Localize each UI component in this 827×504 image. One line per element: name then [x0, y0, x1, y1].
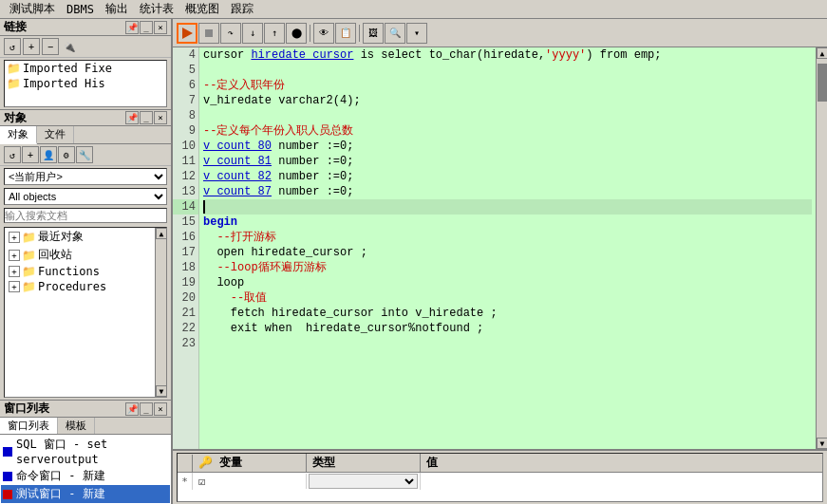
menubar-item-overview[interactable]: 概览图 — [179, 0, 225, 19]
variables-panel: 🔑 变量 类型 值 * ☑ — [173, 449, 827, 504]
variables-table-row: * ☑ — [178, 473, 822, 490]
code-editor: 4 5 6 7 8 9 10 11 12 13 14 15 16 17 18 1… — [173, 47, 827, 449]
object-title: 对象 — [4, 110, 27, 126]
tree-node-recent[interactable]: + 📁 最近对象 — [5, 228, 166, 246]
col-variable: 🔑 变量 — [193, 454, 307, 472]
object-panel-header: 对象 📌 _ × — [0, 109, 171, 126]
col-type: 类型 — [307, 454, 421, 472]
window-list-title: 窗口列表 — [4, 401, 49, 417]
svg-rect-1 — [205, 29, 213, 37]
conn-item-2[interactable]: 📁 Imported His — [5, 76, 166, 91]
tree-scroll-up[interactable]: ▲ — [156, 228, 167, 239]
menubar-item-stats[interactable]: 统计表 — [134, 0, 179, 19]
connection-toolbar: ↺ + − 🔌 — [0, 36, 171, 58]
scroll-down-btn[interactable]: ▼ — [817, 438, 827, 449]
obj-refresh-btn[interactable]: ↺ — [4, 146, 21, 163]
window-list-header: 窗口列表 📌 _ × — [0, 401, 171, 418]
conn-item-1[interactable]: 📁 Imported Fixe — [5, 61, 166, 76]
tab-file[interactable]: 文件 — [37, 126, 74, 143]
object-tabs: 对象 文件 — [0, 126, 171, 144]
search-btn[interactable]: 🔍 — [385, 23, 405, 44]
tool-separator-2 — [359, 25, 360, 42]
tab-window-list[interactable]: 窗口列表 — [0, 418, 58, 434]
scroll-up-btn[interactable]: ▲ — [817, 47, 827, 59]
conn-plug-icon: 🔌 — [61, 38, 78, 55]
step-into-btn[interactable]: ↓ — [242, 23, 263, 44]
svg-marker-0 — [182, 28, 193, 39]
conn-minus-btn[interactable]: − — [42, 38, 59, 55]
variable-checkbox[interactable]: ☑ — [193, 474, 307, 489]
tool-separator-1 — [310, 25, 310, 42]
screenshot-btn[interactable]: 🖼 — [363, 23, 384, 44]
conn-close-btn[interactable]: × — [154, 21, 167, 34]
tree-node-functions[interactable]: + 📁 Functions — [5, 264, 166, 279]
object-tree: + 📁 最近对象 + 📁 回收站 + 📁 Functions + 📁 Proce… — [4, 227, 167, 398]
connection-panel-header: 链接 📌 _ × — [0, 19, 171, 36]
menubar-item-dbms[interactable]: DBMS — [61, 1, 100, 18]
variable-type-dropdown[interactable] — [307, 473, 421, 490]
variable-value — [421, 480, 822, 482]
connection-title: 链接 — [4, 19, 27, 35]
wl-minimize-btn[interactable]: _ — [140, 402, 153, 416]
step-over-btn[interactable]: ↷ — [220, 23, 241, 44]
tree-scroll-down[interactable]: ▼ — [156, 385, 167, 397]
code-content[interactable]: cursor hiredate_cursor is select to_char… — [199, 47, 816, 449]
connection-tree: 📁 Imported Fixe 📁 Imported His — [4, 60, 167, 107]
obj-user-btn[interactable]: 👤 — [40, 146, 57, 163]
obj-filter-btn[interactable]: ⚙ — [58, 146, 75, 163]
menubar-item-output[interactable]: 输出 — [100, 0, 134, 19]
object-toolbar: ↺ + 👤 ⚙ 🔧 — [0, 144, 171, 166]
search-input[interactable] — [4, 208, 167, 223]
run-btn[interactable] — [177, 23, 197, 44]
wl-close-btn[interactable]: × — [154, 402, 167, 416]
conn-add-btn[interactable]: + — [23, 38, 40, 55]
menubar-item-trace[interactable]: 跟踪 — [225, 0, 259, 19]
obj-add-btn[interactable]: + — [22, 146, 39, 163]
conn-refresh-btn[interactable]: ↺ — [4, 38, 21, 55]
win-item-sql[interactable]: SQL 窗口 - set serveroutput — [1, 436, 170, 467]
tree-node-recycle[interactable]: + 📁 回收站 — [5, 246, 166, 264]
window-list-items: SQL 窗口 - set serveroutput 命令窗口 - 新建 测试窗口… — [0, 435, 171, 504]
obj-minimize-btn[interactable]: _ — [140, 111, 153, 124]
wl-pin-btn[interactable]: 📌 — [125, 402, 139, 416]
breakpoint-btn[interactable]: ⬤ — [286, 23, 307, 44]
variables-table-header: 🔑 变量 类型 值 — [178, 454, 822, 473]
watch-btn[interactable]: 👁 — [313, 23, 334, 44]
all-objects-dropdown[interactable]: All objects — [4, 188, 167, 205]
window-list-tabs: 窗口列表 模板 — [0, 418, 171, 435]
obj-close-btn[interactable]: × — [154, 111, 167, 124]
callstack-btn[interactable]: 📋 — [335, 23, 356, 44]
editor-toolbar: ↷ ↓ ↑ ⬤ 👁 📋 🖼 🔍 ▾ — [173, 19, 827, 47]
stop-btn[interactable] — [198, 23, 219, 44]
menubar-item-script[interactable]: 测试脚本 — [4, 0, 61, 19]
tree-node-procedures[interactable]: + 📁 Procedures — [5, 279, 166, 294]
editor-scrollbar[interactable]: ▲ ▼ — [816, 47, 827, 449]
obj-pin-btn[interactable]: 📌 — [125, 111, 139, 124]
step-out-btn[interactable]: ↑ — [264, 23, 285, 44]
current-user-dropdown[interactable]: <当前用户> — [4, 168, 167, 185]
col-value: 值 — [421, 454, 822, 472]
obj-prop-btn[interactable]: 🔧 — [76, 146, 93, 163]
more-btn[interactable]: ▾ — [406, 23, 427, 44]
conn-minimize-btn[interactable]: _ — [140, 21, 153, 34]
window-list-panel: 窗口列表 📌 _ × 窗口列表 模板 SQL 窗口 - set serverou… — [0, 400, 171, 504]
line-numbers: 4 5 6 7 8 9 10 11 12 13 14 15 16 17 18 1… — [173, 47, 199, 449]
conn-pin-btn[interactable]: 📌 — [125, 21, 139, 34]
tab-object[interactable]: 对象 — [0, 126, 37, 144]
tab-template[interactable]: 模板 — [58, 418, 95, 434]
win-item-test[interactable]: 测试窗口 - 新建 — [1, 485, 170, 503]
win-item-cmd[interactable]: 命令窗口 - 新建 — [1, 467, 170, 485]
